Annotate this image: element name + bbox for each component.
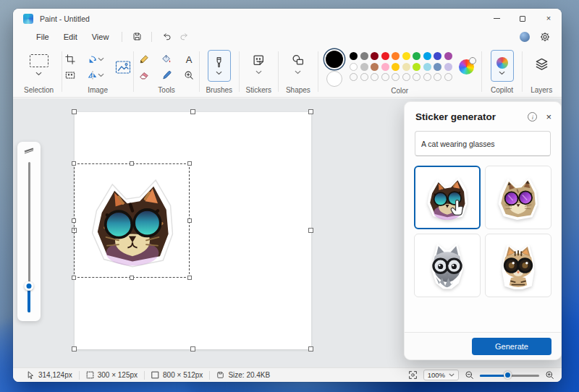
pencil-button[interactable] (135, 51, 153, 67)
menu-view[interactable]: View (85, 31, 117, 43)
palette-color-ff7f27[interactable] (392, 52, 400, 60)
brushes-button[interactable] (208, 50, 231, 82)
settings-gear-icon[interactable] (540, 32, 550, 42)
palette-color-7092be[interactable] (434, 63, 441, 71)
canvas-handle-nw[interactable] (72, 109, 77, 114)
foreground-color-swatch[interactable] (326, 51, 343, 68)
canvas-handle-e[interactable] (308, 228, 313, 233)
prompt-input[interactable] (415, 131, 551, 156)
sticker-thumb-3[interactable] (414, 234, 481, 297)
crop-button[interactable] (62, 51, 79, 67)
palette-color-00a2e8[interactable] (423, 52, 431, 60)
selection-handle-e[interactable] (187, 218, 192, 223)
minimize-button[interactable] (483, 9, 510, 28)
zoom-slider[interactable] (480, 371, 539, 380)
maximize-button[interactable] (510, 9, 536, 28)
menu-file[interactable]: File (29, 31, 56, 43)
menu-bar: File Edit View (13, 28, 562, 45)
palette-color-7f7f7f[interactable] (360, 52, 368, 60)
redo-button[interactable] (175, 30, 193, 43)
undo-button[interactable] (158, 30, 175, 43)
eraser-button[interactable] (135, 67, 153, 83)
account-avatar[interactable] (520, 32, 530, 42)
palette-empty-slot[interactable] (381, 73, 389, 81)
zoom-slider-thumb[interactable] (504, 371, 512, 379)
menu-edit[interactable]: Edit (56, 31, 85, 43)
palette-color-c8bfe7[interactable] (444, 63, 452, 71)
selection-handle-ne[interactable] (187, 161, 192, 166)
size-slider-thumb[interactable] (25, 281, 34, 291)
palette-color-c3c3c3[interactable] (360, 63, 368, 71)
palette-color-3f48cc[interactable] (434, 52, 441, 60)
canvas-handle-n[interactable] (190, 109, 195, 114)
zoom-out-icon[interactable] (465, 370, 474, 380)
palette-empty-slot[interactable] (371, 73, 379, 81)
generate-button[interactable]: Generate (472, 338, 551, 355)
fill-button[interactable] (158, 51, 175, 67)
selection-handle-sw[interactable] (72, 276, 76, 280)
palette-color-ffc90e[interactable] (392, 63, 400, 71)
shapes-group[interactable]: Shapes (280, 46, 316, 97)
selection-tool-icon (30, 54, 48, 67)
palette-empty-slot[interactable] (402, 73, 410, 81)
palette-color-ffffff[interactable] (350, 63, 358, 71)
save-button[interactable] (128, 30, 145, 43)
group-label: Color (391, 87, 408, 98)
palette-color-b5e61d[interactable] (413, 63, 420, 71)
canvas-selection[interactable] (74, 163, 190, 278)
sticker-thumb-4[interactable] (485, 234, 551, 297)
resize-button[interactable] (112, 56, 134, 78)
group-label: Stickers (246, 86, 272, 97)
palette-empty-slot[interactable] (413, 73, 420, 81)
divider (199, 51, 200, 92)
canvas-handle-ne[interactable] (308, 109, 313, 114)
stickers-group[interactable]: Stickers (241, 46, 277, 97)
size-slider-track[interactable] (28, 162, 30, 312)
palette-empty-slot[interactable] (360, 73, 368, 81)
copilot-button[interactable] (491, 50, 514, 82)
selection-handle-se[interactable] (187, 276, 192, 280)
layers-group[interactable]: Layers (524, 46, 559, 97)
chevron-down-icon (98, 57, 104, 61)
palette-color-22b14c[interactable] (413, 52, 420, 60)
palette-color-ed1c24[interactable] (381, 52, 389, 60)
palette-empty-slot[interactable] (434, 73, 441, 81)
panel-close-icon[interactable]: × (546, 112, 551, 122)
close-button[interactable]: × (536, 9, 562, 28)
canvas-handle-se[interactable] (308, 346, 313, 351)
info-icon[interactable]: i (528, 112, 537, 122)
canvas-handle-sw[interactable] (72, 346, 77, 351)
edit-colors-wheel[interactable] (459, 59, 474, 74)
text-tool-button[interactable]: A (180, 51, 198, 67)
fit-to-screen-icon[interactable] (408, 370, 418, 380)
background-color-swatch[interactable] (326, 71, 342, 87)
flip-button[interactable] (84, 67, 107, 83)
sticker-thumb-1[interactable] (414, 166, 481, 229)
selection-handle-w[interactable] (72, 218, 76, 223)
palette-color-000000[interactable] (350, 52, 358, 60)
palette-empty-slot[interactable] (423, 73, 431, 81)
sticker-thumb-2[interactable] (485, 166, 551, 229)
zoom-in-icon[interactable] (545, 370, 554, 380)
rotate-button[interactable] (84, 51, 107, 67)
palette-empty-slot[interactable] (392, 73, 400, 81)
title-bar[interactable]: Paint - Untitled × (13, 9, 562, 28)
palette-color-efe4b0[interactable] (402, 63, 410, 71)
select-pixels-button[interactable] (62, 67, 79, 83)
magnifier-button[interactable] (180, 67, 198, 83)
palette-color-ffaec9[interactable] (381, 63, 389, 71)
selection-handle-nw[interactable] (72, 161, 76, 166)
selection-handle-s[interactable] (130, 276, 134, 280)
palette-empty-slot[interactable] (350, 73, 358, 81)
palette-empty-slot[interactable] (444, 73, 452, 81)
zoom-level-dropdown[interactable]: 100% (423, 370, 459, 380)
selection-handle-n[interactable] (130, 161, 134, 166)
palette-color-a349a4[interactable] (444, 52, 452, 60)
canvas-handle-s[interactable] (190, 346, 195, 351)
palette-color-b97a57[interactable] (371, 63, 379, 71)
color-picker-button[interactable] (158, 67, 175, 83)
palette-color-880015[interactable] (371, 52, 379, 60)
selection-group[interactable]: Selection (17, 46, 60, 97)
palette-color-ffde17[interactable] (402, 52, 410, 60)
palette-color-99d9ea[interactable] (423, 63, 431, 71)
